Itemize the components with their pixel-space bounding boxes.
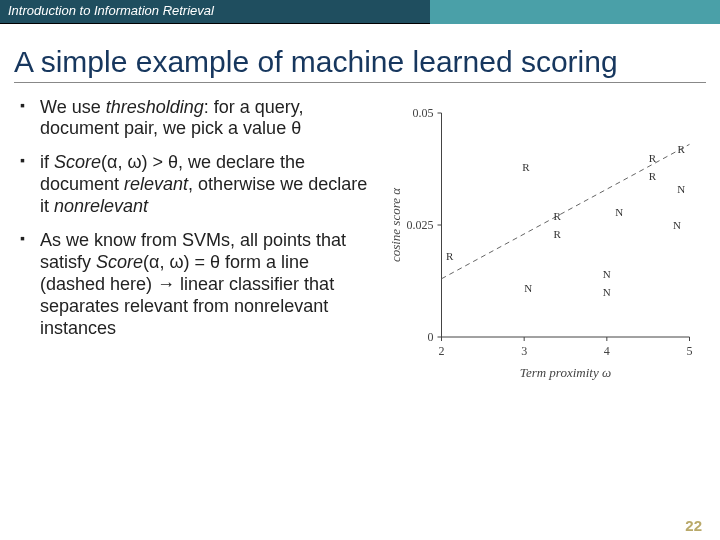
svg-text:N: N — [603, 286, 611, 298]
chart-svg: 00.0250.052345Term proximity ωcosine sco… — [373, 103, 710, 383]
content-area: We use thresholding: for a query, docume… — [0, 97, 720, 383]
course-title: Introduction to Information Retrieval — [0, 0, 430, 24]
svg-text:R: R — [554, 210, 562, 222]
svg-text:3: 3 — [521, 344, 527, 358]
svg-text:N: N — [677, 183, 685, 195]
emph: nonrelevant — [54, 196, 148, 216]
scatter-chart: 00.0250.052345Term proximity ωcosine sco… — [373, 103, 710, 383]
header-bar: Introduction to Information Retrieval — [0, 0, 720, 24]
svg-text:cosine score α: cosine score α — [388, 186, 403, 261]
emph: relevant — [124, 174, 188, 194]
slide-title: A simple example of machine learned scor… — [14, 46, 706, 83]
svg-text:4: 4 — [604, 344, 610, 358]
svg-text:0.025: 0.025 — [407, 218, 434, 232]
svg-text:R: R — [678, 142, 686, 154]
bullet-list: We use thresholding: for a query, docume… — [18, 97, 373, 383]
svg-text:0.05: 0.05 — [413, 106, 434, 120]
text: We use — [40, 97, 106, 117]
emph: Score — [54, 152, 101, 172]
svg-text:N: N — [615, 205, 623, 217]
emph: Score — [96, 252, 143, 272]
svg-text:N: N — [524, 281, 532, 293]
svg-text:N: N — [603, 268, 611, 280]
svg-text:R: R — [649, 151, 657, 163]
svg-text:R: R — [522, 160, 530, 172]
svg-text:N: N — [673, 219, 681, 231]
svg-text:R: R — [649, 169, 657, 181]
bullet-3: As we know from SVMs, all points that sa… — [18, 230, 373, 340]
emph: thresholding — [106, 97, 204, 117]
svg-text:Term proximity ω: Term proximity ω — [520, 365, 611, 380]
svg-text:5: 5 — [687, 344, 693, 358]
text: if — [40, 152, 54, 172]
svg-text:2: 2 — [439, 344, 445, 358]
bullet-1: We use thresholding: for a query, docume… — [18, 97, 373, 141]
svg-text:0: 0 — [428, 330, 434, 344]
svg-text:R: R — [554, 227, 562, 239]
svg-text:R: R — [446, 250, 454, 262]
header-accent — [430, 0, 720, 24]
svg-line-18 — [442, 144, 690, 278]
bullet-2: if Score(α, ω) > θ, we declare the docum… — [18, 152, 373, 218]
page-number: 22 — [685, 517, 702, 534]
